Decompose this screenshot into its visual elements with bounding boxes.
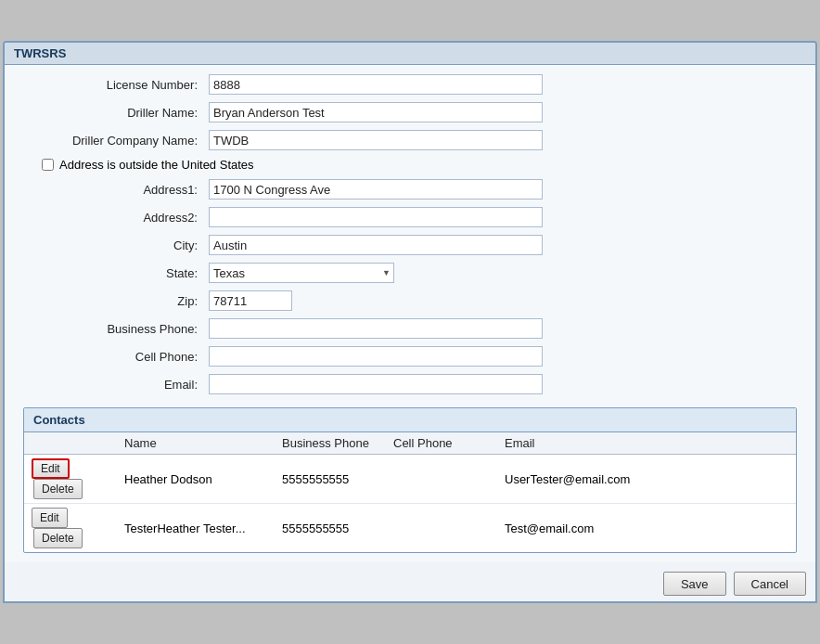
contact-business-phone: 5555555555: [275, 455, 386, 504]
address-outside-row: Address is outside the United States: [23, 158, 797, 172]
license-number-label: License Number:: [23, 78, 209, 92]
contact-actions-cell: EditDelete: [24, 504, 117, 553]
contact-email: Test@email.com: [497, 504, 796, 553]
window-title: TWRSRS: [14, 46, 66, 60]
contact-email: UserTester@email.com: [497, 455, 796, 504]
cell-phone-input[interactable]: [209, 346, 543, 367]
zip-label: Zip:: [23, 294, 209, 308]
address-outside-checkbox[interactable]: [42, 159, 54, 171]
title-bar: TWRSRS: [5, 43, 815, 65]
address-outside-label: Address is outside the United States: [59, 158, 254, 172]
col-actions-header: [24, 432, 117, 455]
driller-name-input[interactable]: [209, 102, 543, 122]
contact-name: Heather Dodson: [117, 455, 275, 504]
driller-company-label: Driller Company Name:: [23, 134, 209, 148]
edit-button[interactable]: Edit: [32, 458, 70, 479]
col-bphone-header: Business Phone: [275, 432, 386, 455]
zip-input[interactable]: [209, 290, 292, 311]
driller-name-row: Driller Name:: [23, 102, 797, 122]
contact-cell-phone: [386, 455, 497, 504]
cancel-button[interactable]: Cancel: [734, 572, 806, 596]
state-select-wrapper: Texas Alabama Alaska California Florida …: [209, 263, 394, 283]
city-label: City:: [23, 238, 209, 252]
contacts-table: Name Business Phone Cell Phone Email Edi…: [24, 432, 796, 552]
contact-name: TesterHeather Tester...: [117, 504, 275, 553]
state-label: State:: [23, 266, 209, 280]
contact-business-phone: 5555555555: [275, 504, 386, 553]
license-number-row: License Number:: [23, 74, 797, 95]
col-name-header: Name: [117, 432, 275, 455]
table-row: EditDeleteHeather Dodson5555555555UserTe…: [24, 455, 796, 504]
contacts-header: Contacts: [24, 408, 796, 432]
contact-cell-phone: [386, 504, 497, 553]
save-button[interactable]: Save: [663, 572, 726, 596]
edit-button[interactable]: Edit: [32, 508, 68, 528]
address1-input[interactable]: [209, 179, 543, 200]
delete-button[interactable]: Delete: [33, 479, 83, 499]
email-label: Email:: [23, 378, 209, 392]
state-select[interactable]: Texas Alabama Alaska California Florida …: [209, 263, 394, 283]
action-buttons: Save Cancel: [5, 562, 815, 601]
license-number-input[interactable]: [209, 74, 543, 95]
address1-row: Address1:: [23, 179, 797, 200]
driller-name-label: Driller Name:: [23, 106, 209, 120]
driller-company-row: Driller Company Name:: [23, 130, 797, 150]
business-phone-row: Business Phone:: [23, 318, 797, 339]
col-email-header: Email: [497, 432, 796, 455]
zip-row: Zip:: [23, 290, 797, 311]
email-input[interactable]: [209, 374, 543, 394]
contacts-table-header: Name Business Phone Cell Phone Email: [24, 432, 796, 455]
state-row: State: Texas Alabama Alaska California F…: [23, 263, 797, 283]
cell-phone-label: Cell Phone:: [23, 350, 209, 364]
address2-label: Address2:: [23, 211, 209, 225]
business-phone-input[interactable]: [209, 318, 543, 339]
form-content: License Number: Driller Name: Driller Co…: [5, 65, 815, 562]
address2-row: Address2:: [23, 207, 797, 227]
delete-button[interactable]: Delete: [33, 528, 83, 548]
contacts-section: Contacts Name Business Phone Cell Phone …: [23, 407, 797, 553]
address1-label: Address1:: [23, 183, 209, 197]
col-cphone-header: Cell Phone: [386, 432, 497, 455]
city-input[interactable]: [209, 235, 543, 255]
contacts-column-row: Name Business Phone Cell Phone Email: [24, 432, 796, 455]
table-row: EditDeleteTesterHeather Tester...5555555…: [24, 504, 796, 553]
city-row: City:: [23, 235, 797, 255]
address2-input[interactable]: [209, 207, 543, 227]
cell-phone-row: Cell Phone:: [23, 346, 797, 367]
main-window: TWRSRS License Number: Driller Name: Dri…: [3, 41, 817, 603]
contact-actions-cell: EditDelete: [24, 455, 117, 504]
email-row: Email:: [23, 374, 797, 394]
driller-company-input[interactable]: [209, 130, 543, 150]
contacts-table-body: EditDeleteHeather Dodson5555555555UserTe…: [24, 455, 796, 553]
business-phone-label: Business Phone:: [23, 322, 209, 336]
